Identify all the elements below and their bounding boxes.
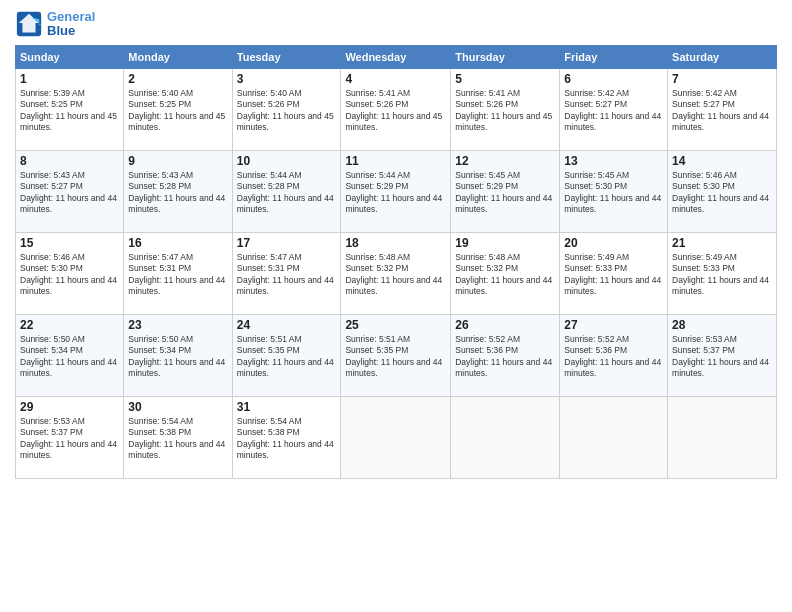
calendar-cell: 1 Sunrise: 5:39 AM Sunset: 5:25 PM Dayli… (16, 68, 124, 150)
calendar-week-2: 15 Sunrise: 5:46 AM Sunset: 5:30 PM Dayl… (16, 232, 777, 314)
calendar-cell (560, 396, 668, 478)
day-header-thursday: Thursday (451, 45, 560, 68)
calendar-cell: 14 Sunrise: 5:46 AM Sunset: 5:30 PM Dayl… (668, 150, 777, 232)
calendar-cell: 13 Sunrise: 5:45 AM Sunset: 5:30 PM Dayl… (560, 150, 668, 232)
calendar-cell: 7 Sunrise: 5:42 AM Sunset: 5:27 PM Dayli… (668, 68, 777, 150)
day-number: 19 (455, 236, 555, 250)
calendar-cell: 18 Sunrise: 5:48 AM Sunset: 5:32 PM Dayl… (341, 232, 451, 314)
calendar-week-1: 8 Sunrise: 5:43 AM Sunset: 5:27 PM Dayli… (16, 150, 777, 232)
day-info: Sunrise: 5:45 AM Sunset: 5:29 PM Dayligh… (455, 170, 555, 216)
calendar-cell: 10 Sunrise: 5:44 AM Sunset: 5:28 PM Dayl… (232, 150, 341, 232)
calendar-week-3: 22 Sunrise: 5:50 AM Sunset: 5:34 PM Dayl… (16, 314, 777, 396)
calendar-cell: 22 Sunrise: 5:50 AM Sunset: 5:34 PM Dayl… (16, 314, 124, 396)
day-header-monday: Monday (124, 45, 232, 68)
calendar-week-4: 29 Sunrise: 5:53 AM Sunset: 5:37 PM Dayl… (16, 396, 777, 478)
day-number: 5 (455, 72, 555, 86)
calendar-cell: 30 Sunrise: 5:54 AM Sunset: 5:38 PM Dayl… (124, 396, 232, 478)
day-info: Sunrise: 5:49 AM Sunset: 5:33 PM Dayligh… (672, 252, 772, 298)
logo-text: General Blue (47, 10, 95, 39)
calendar-cell: 3 Sunrise: 5:40 AM Sunset: 5:26 PM Dayli… (232, 68, 341, 150)
calendar-cell: 23 Sunrise: 5:50 AM Sunset: 5:34 PM Dayl… (124, 314, 232, 396)
day-info: Sunrise: 5:51 AM Sunset: 5:35 PM Dayligh… (237, 334, 337, 380)
day-number: 20 (564, 236, 663, 250)
day-number: 17 (237, 236, 337, 250)
day-number: 15 (20, 236, 119, 250)
day-info: Sunrise: 5:43 AM Sunset: 5:27 PM Dayligh… (20, 170, 119, 216)
day-header-sunday: Sunday (16, 45, 124, 68)
day-number: 1 (20, 72, 119, 86)
day-number: 8 (20, 154, 119, 168)
day-number: 14 (672, 154, 772, 168)
calendar-cell: 9 Sunrise: 5:43 AM Sunset: 5:28 PM Dayli… (124, 150, 232, 232)
day-number: 28 (672, 318, 772, 332)
calendar-cell: 27 Sunrise: 5:52 AM Sunset: 5:36 PM Dayl… (560, 314, 668, 396)
day-info: Sunrise: 5:41 AM Sunset: 5:26 PM Dayligh… (455, 88, 555, 134)
day-number: 23 (128, 318, 227, 332)
day-number: 4 (345, 72, 446, 86)
day-header-wednesday: Wednesday (341, 45, 451, 68)
day-info: Sunrise: 5:48 AM Sunset: 5:32 PM Dayligh… (455, 252, 555, 298)
calendar-cell: 31 Sunrise: 5:54 AM Sunset: 5:38 PM Dayl… (232, 396, 341, 478)
calendar-cell: 19 Sunrise: 5:48 AM Sunset: 5:32 PM Dayl… (451, 232, 560, 314)
day-header-friday: Friday (560, 45, 668, 68)
day-info: Sunrise: 5:39 AM Sunset: 5:25 PM Dayligh… (20, 88, 119, 134)
day-number: 27 (564, 318, 663, 332)
day-number: 30 (128, 400, 227, 414)
calendar-cell: 20 Sunrise: 5:49 AM Sunset: 5:33 PM Dayl… (560, 232, 668, 314)
day-number: 10 (237, 154, 337, 168)
day-number: 9 (128, 154, 227, 168)
day-info: Sunrise: 5:52 AM Sunset: 5:36 PM Dayligh… (564, 334, 663, 380)
day-number: 18 (345, 236, 446, 250)
day-number: 6 (564, 72, 663, 86)
calendar-cell: 8 Sunrise: 5:43 AM Sunset: 5:27 PM Dayli… (16, 150, 124, 232)
day-number: 22 (20, 318, 119, 332)
day-info: Sunrise: 5:42 AM Sunset: 5:27 PM Dayligh… (564, 88, 663, 134)
logo: General Blue (15, 10, 95, 39)
day-info: Sunrise: 5:52 AM Sunset: 5:36 PM Dayligh… (455, 334, 555, 380)
day-info: Sunrise: 5:48 AM Sunset: 5:32 PM Dayligh… (345, 252, 446, 298)
day-info: Sunrise: 5:47 AM Sunset: 5:31 PM Dayligh… (128, 252, 227, 298)
day-info: Sunrise: 5:46 AM Sunset: 5:30 PM Dayligh… (672, 170, 772, 216)
calendar-cell: 28 Sunrise: 5:53 AM Sunset: 5:37 PM Dayl… (668, 314, 777, 396)
calendar-cell: 5 Sunrise: 5:41 AM Sunset: 5:26 PM Dayli… (451, 68, 560, 150)
day-info: Sunrise: 5:51 AM Sunset: 5:35 PM Dayligh… (345, 334, 446, 380)
calendar-cell: 26 Sunrise: 5:52 AM Sunset: 5:36 PM Dayl… (451, 314, 560, 396)
day-info: Sunrise: 5:43 AM Sunset: 5:28 PM Dayligh… (128, 170, 227, 216)
day-number: 12 (455, 154, 555, 168)
day-number: 21 (672, 236, 772, 250)
day-number: 16 (128, 236, 227, 250)
day-number: 3 (237, 72, 337, 86)
day-number: 24 (237, 318, 337, 332)
calendar-cell: 2 Sunrise: 5:40 AM Sunset: 5:25 PM Dayli… (124, 68, 232, 150)
day-info: Sunrise: 5:53 AM Sunset: 5:37 PM Dayligh… (20, 416, 119, 462)
day-info: Sunrise: 5:53 AM Sunset: 5:37 PM Dayligh… (672, 334, 772, 380)
calendar-cell: 4 Sunrise: 5:41 AM Sunset: 5:26 PM Dayli… (341, 68, 451, 150)
day-info: Sunrise: 5:54 AM Sunset: 5:38 PM Dayligh… (128, 416, 227, 462)
day-number: 29 (20, 400, 119, 414)
calendar-header: SundayMondayTuesdayWednesdayThursdayFrid… (16, 45, 777, 68)
day-info: Sunrise: 5:47 AM Sunset: 5:31 PM Dayligh… (237, 252, 337, 298)
calendar-week-0: 1 Sunrise: 5:39 AM Sunset: 5:25 PM Dayli… (16, 68, 777, 150)
calendar-cell: 11 Sunrise: 5:44 AM Sunset: 5:29 PM Dayl… (341, 150, 451, 232)
calendar-cell: 15 Sunrise: 5:46 AM Sunset: 5:30 PM Dayl… (16, 232, 124, 314)
day-info: Sunrise: 5:49 AM Sunset: 5:33 PM Dayligh… (564, 252, 663, 298)
day-number: 11 (345, 154, 446, 168)
calendar-cell: 21 Sunrise: 5:49 AM Sunset: 5:33 PM Dayl… (668, 232, 777, 314)
calendar-cell: 29 Sunrise: 5:53 AM Sunset: 5:37 PM Dayl… (16, 396, 124, 478)
calendar-cell (451, 396, 560, 478)
day-number: 31 (237, 400, 337, 414)
calendar-body: 1 Sunrise: 5:39 AM Sunset: 5:25 PM Dayli… (16, 68, 777, 478)
day-info: Sunrise: 5:42 AM Sunset: 5:27 PM Dayligh… (672, 88, 772, 134)
calendar-cell: 17 Sunrise: 5:47 AM Sunset: 5:31 PM Dayl… (232, 232, 341, 314)
day-number: 2 (128, 72, 227, 86)
calendar-table: SundayMondayTuesdayWednesdayThursdayFrid… (15, 45, 777, 479)
day-info: Sunrise: 5:46 AM Sunset: 5:30 PM Dayligh… (20, 252, 119, 298)
calendar-cell: 24 Sunrise: 5:51 AM Sunset: 5:35 PM Dayl… (232, 314, 341, 396)
day-info: Sunrise: 5:50 AM Sunset: 5:34 PM Dayligh… (20, 334, 119, 380)
calendar-cell: 16 Sunrise: 5:47 AM Sunset: 5:31 PM Dayl… (124, 232, 232, 314)
day-number: 13 (564, 154, 663, 168)
calendar-cell: 25 Sunrise: 5:51 AM Sunset: 5:35 PM Dayl… (341, 314, 451, 396)
day-info: Sunrise: 5:44 AM Sunset: 5:28 PM Dayligh… (237, 170, 337, 216)
day-info: Sunrise: 5:40 AM Sunset: 5:25 PM Dayligh… (128, 88, 227, 134)
day-number: 7 (672, 72, 772, 86)
